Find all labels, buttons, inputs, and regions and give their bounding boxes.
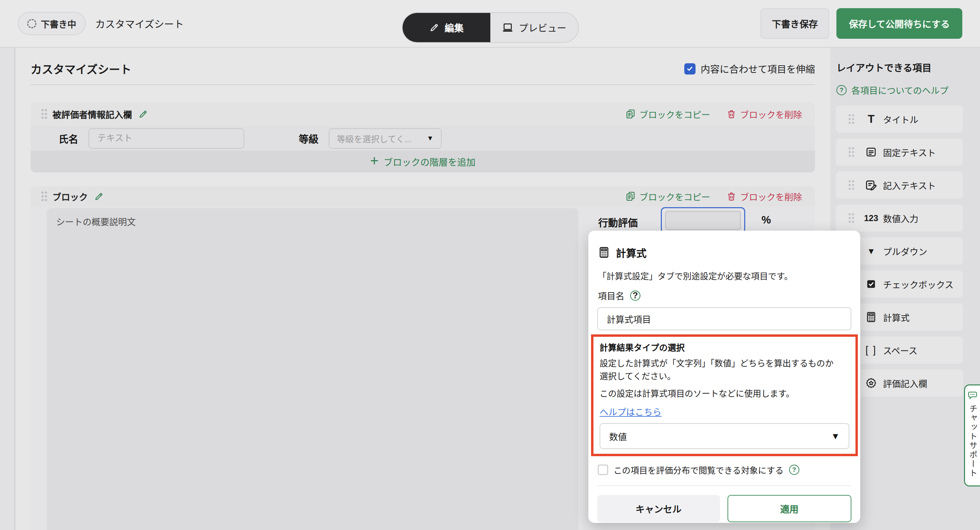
field-name-row: 項目名 ? xyxy=(598,289,851,302)
draft-status-icon xyxy=(27,19,37,28)
block1-title: 被評価者情報記入欄 xyxy=(52,108,132,121)
copy-block-button[interactable]: ブロックをコピー xyxy=(625,190,710,203)
layout-item-label: 記入テキスト xyxy=(883,179,936,192)
copy-icon xyxy=(625,109,636,119)
help-circle-icon: ? xyxy=(837,85,846,95)
left-rail xyxy=(0,48,15,530)
delete-block-button[interactable]: ブロックを削除 xyxy=(727,108,802,121)
percent-suffix: % xyxy=(762,214,771,226)
layout-item-label: タイトル xyxy=(883,113,918,125)
layout-item-label: 固定テキスト xyxy=(883,146,936,159)
calculator-icon xyxy=(598,246,610,259)
block1-actions: ブロックをコピー ブロックを削除 xyxy=(625,108,802,121)
sidebar-help-link[interactable]: ? 各項目についてのヘルプ xyxy=(837,84,980,96)
chat-support-label: チャットサポート xyxy=(969,405,977,478)
edit-block2-title-button[interactable] xyxy=(94,192,104,202)
mode-toggle: 編集 プレビュー xyxy=(402,12,579,43)
cancel-button[interactable]: キャンセル xyxy=(597,495,720,522)
drag-handle-icon[interactable] xyxy=(40,190,48,202)
tab-edit[interactable]: 編集 xyxy=(402,13,490,42)
dialog-title: 計算式 xyxy=(616,245,646,260)
save-draft-button[interactable]: 下書き保存 xyxy=(760,8,829,39)
topbar-actions: 下書き保存 保存して公開待ちにする xyxy=(760,8,962,39)
tab-preview[interactable]: プレビュー xyxy=(490,13,578,42)
calc-item-selection-ring xyxy=(661,207,745,234)
pencil-icon xyxy=(94,192,104,202)
add-block-layer-button[interactable]: + ブロックの階層を追加 xyxy=(30,151,815,173)
check-icon xyxy=(686,65,694,73)
help-circle-icon[interactable]: ? xyxy=(630,290,640,301)
save-publish-button[interactable]: 保存して公開待ちにする xyxy=(837,8,962,39)
canvas-header: カスタマイズシート 内容に合わせて項目を伸縮 xyxy=(30,60,815,85)
name-field-input[interactable] xyxy=(89,128,244,149)
status-badge: 下書き中 xyxy=(18,12,86,35)
space-icon: [ ] xyxy=(864,344,878,356)
delete-block-label: ブロックを削除 xyxy=(740,190,802,203)
result-type-line2: 選択してください。 xyxy=(600,370,850,383)
layout-item-entry-text[interactable]: 記入テキスト xyxy=(836,171,963,199)
layout-item-fixed-text[interactable]: 固定テキスト xyxy=(836,138,963,166)
fit-content-label: 内容に合わせて項目を伸縮 xyxy=(701,62,815,76)
sheet-description-text: シートの概要説明文 xyxy=(56,217,136,227)
calc-formula-dialog: 計算式 「計算式設定」タブで別途設定が必要な項目です。 項目名 ? 計算結果タイ… xyxy=(588,231,860,523)
help-link[interactable]: ヘルプはこちら xyxy=(600,405,662,418)
drag-handle-icon xyxy=(847,146,856,158)
layout-item-label: 数値入力 xyxy=(883,212,918,225)
checkbox-icon xyxy=(864,279,878,289)
drag-handle-icon xyxy=(847,179,856,191)
copy-block-label: ブロックをコピー xyxy=(640,108,710,121)
sidebar-help-label: 各項目についてのヘルプ xyxy=(851,84,948,96)
calc-item-field[interactable] xyxy=(665,211,741,230)
dialog-divider xyxy=(597,486,851,486)
layout-item-title[interactable]: T タイトル xyxy=(836,105,963,133)
delete-block-button[interactable]: ブロックを削除 xyxy=(727,190,802,203)
help-circle-icon[interactable]: ? xyxy=(789,465,799,475)
layout-item-label: 計算式 xyxy=(883,311,910,324)
copy-block-button[interactable]: ブロックをコピー xyxy=(625,108,710,121)
result-type-select[interactable]: 数値 ▼ xyxy=(600,423,850,449)
entry-text-icon xyxy=(864,179,878,191)
distribution-checkbox[interactable] xyxy=(598,465,608,475)
layout-item-label: 評価記入欄 xyxy=(883,377,927,389)
grade-select-placeholder: 等級を選択してく... xyxy=(337,132,411,144)
block-evaluatee-info: 被評価者情報記入欄 ブロックをコピー ブロックを削除 氏名 xyxy=(30,102,815,173)
fit-content-toggle[interactable]: 内容に合わせて項目を伸縮 xyxy=(684,62,815,76)
trash-icon xyxy=(727,109,737,119)
plus-icon: + xyxy=(370,154,379,168)
distribution-checkbox-label: この項目を評価分布で閲覧できる対象にする xyxy=(614,464,784,476)
delete-block-label: ブロックを削除 xyxy=(740,108,802,121)
dialog-description: 「計算式設定」タブで別途設定が必要な項目です。 xyxy=(598,270,851,282)
block2-actions: ブロックをコピー ブロックを削除 xyxy=(625,190,802,203)
apply-button[interactable]: 適用 xyxy=(727,495,852,522)
trash-icon xyxy=(727,192,737,202)
edit-block1-title-button[interactable] xyxy=(138,109,148,119)
drag-handle-icon xyxy=(847,113,856,125)
field-name-input[interactable] xyxy=(597,307,851,330)
field-name-label: 項目名 xyxy=(598,289,624,302)
sheet-description-panel[interactable]: シートの概要説明文 xyxy=(47,208,579,530)
layout-item-label: チェックボックス xyxy=(883,278,953,290)
numeric-input-icon: 123 xyxy=(864,213,878,223)
layout-item-label: プルダウン xyxy=(883,245,927,257)
chat-support-tab[interactable]: チャットサポート xyxy=(964,384,980,486)
block2-title: ブロック xyxy=(52,190,88,203)
rating-field-icon xyxy=(864,377,878,389)
drag-handle-icon xyxy=(847,212,856,224)
layout-item-numeric-input[interactable]: 123 数値入力 xyxy=(836,205,963,232)
grade-field-label: 等級 xyxy=(299,131,318,146)
status-badge-label: 下書き中 xyxy=(41,17,76,30)
copy-block-label: ブロックをコピー xyxy=(640,190,710,203)
grade-select[interactable]: 等級を選択してく... ▼ xyxy=(329,128,442,149)
block2-header: ブロック ブロックをコピー ブロックを削除 xyxy=(30,186,815,206)
pencil-icon xyxy=(138,109,148,119)
result-type-line3: この設定は計算式項目のソートなどに使用します。 xyxy=(600,387,850,400)
name-field-label: 氏名 xyxy=(59,131,78,146)
pencil-icon xyxy=(429,22,439,33)
fit-content-checkbox[interactable] xyxy=(684,63,695,75)
drag-handle-icon[interactable] xyxy=(40,108,48,120)
tab-edit-label: 編集 xyxy=(444,21,463,34)
dialog-actions: キャンセル 適用 xyxy=(597,495,851,522)
add-block-layer-label: ブロックの階層を追加 xyxy=(383,155,476,168)
block1-fields-row: 氏名 等級 等級を選択してく... ▼ xyxy=(30,126,815,151)
layout-item-label: スペース xyxy=(883,344,917,357)
